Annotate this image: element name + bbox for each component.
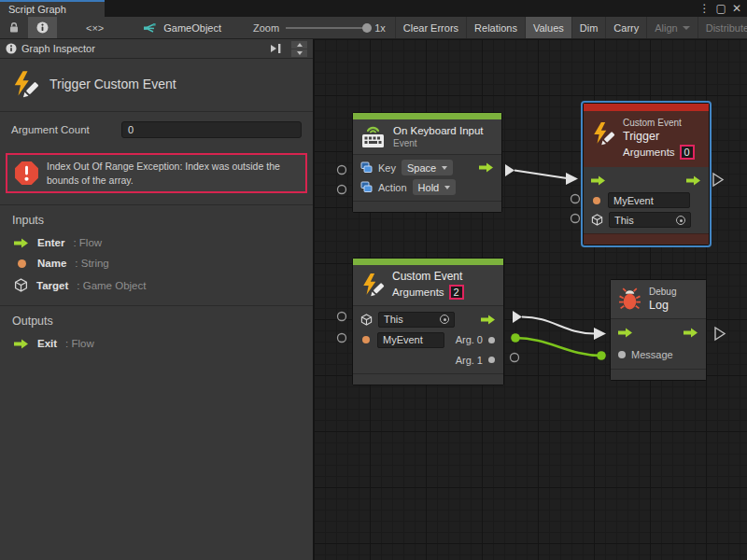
- tab-script-graph[interactable]: Script Graph: [0, 0, 105, 17]
- action-label: Action: [378, 182, 407, 193]
- trigger-flow-out-triangle[interactable]: [713, 174, 723, 186]
- flow-input-port[interactable]: [591, 175, 606, 186]
- inputs-heading: Inputs: [0, 205, 313, 233]
- flow-output-port[interactable]: [479, 162, 494, 173]
- message-input-port[interactable]: [618, 351, 626, 358]
- keyboard-event-icon: [360, 124, 386, 149]
- arguments-value-box[interactable]: 0: [680, 145, 695, 160]
- flow-row: [611, 322, 706, 343]
- wire-source-triangle: [505, 164, 514, 176]
- cube-icon[interactable]: [591, 214, 603, 226]
- action-dropdown[interactable]: Hold: [413, 179, 457, 195]
- code-view-button[interactable]: <×>: [79, 17, 110, 38]
- wire-keyboard-to-trigger[interactable]: [514, 171, 567, 179]
- spinner-down-button[interactable]: [291, 49, 307, 57]
- string-port-icon: [18, 259, 26, 268]
- zoom-value: 1x: [374, 22, 386, 34]
- arguments-value-box[interactable]: 2: [449, 285, 464, 300]
- trigger-target-input-port[interactable]: [571, 215, 580, 223]
- event-name-row: MyEvent Arg. 0: [353, 329, 503, 350]
- custom-event-icon: [360, 273, 385, 297]
- node-category: Custom Event: [623, 118, 695, 128]
- clear-errors-button[interactable]: Clear Errors: [396, 17, 467, 38]
- lock-button[interactable]: [0, 17, 28, 38]
- gameobject-icon: [142, 21, 157, 35]
- string-port-icon[interactable]: [593, 197, 600, 204]
- triangle-up-icon: [297, 43, 303, 47]
- carry-button[interactable]: Carry: [606, 17, 647, 38]
- customevent-name-input-port[interactable]: [338, 334, 346, 343]
- triangle-down-icon: [297, 51, 303, 55]
- arg1-outer-port[interactable]: [511, 354, 519, 362]
- zoom-slider-handle[interactable]: [362, 23, 372, 33]
- wire-arrowhead: [566, 173, 578, 185]
- graph-canvas[interactable]: On Keyboard Input Event Key Space: [314, 39, 747, 560]
- keycode-icon: [360, 161, 373, 174]
- wire-arg0-to-message[interactable]: [515, 338, 601, 356]
- unity-script-graph-window: Script Graph ⋮ ▢ ✕ <×>: [0, 0, 747, 560]
- outputs-heading: Outputs: [0, 306, 313, 334]
- cube-icon[interactable]: [360, 314, 373, 326]
- wire-green-endpoint: [597, 351, 606, 360]
- dim-button[interactable]: Dim: [572, 17, 607, 38]
- tab-strip: Script Graph ⋮ ▢ ✕: [0, 0, 747, 17]
- close-icon[interactable]: ✕: [732, 3, 741, 14]
- relations-button[interactable]: Relations: [467, 17, 526, 38]
- graph-inspector-title: Graph Inspector: [21, 43, 95, 54]
- maximize-icon[interactable]: ▢: [716, 3, 726, 14]
- panel-spinner: [291, 41, 307, 57]
- arg0-label: Arg. 0: [456, 334, 483, 345]
- object-picker-icon[interactable]: [676, 216, 685, 225]
- info-icon: [36, 21, 49, 34]
- flow-output-port[interactable]: [481, 315, 496, 325]
- error-message-box: Index Out Of Range Exception: Index was …: [6, 153, 307, 193]
- zoom-slider[interactable]: [286, 27, 368, 29]
- node-custom-event[interactable]: Custom Event Arguments 2: [352, 258, 504, 385]
- target-field[interactable]: This: [378, 312, 455, 328]
- flow-arrow-icon: [14, 339, 29, 349]
- argument-count-row: Argument Count 0: [0, 112, 313, 146]
- node-footer: [353, 201, 501, 212]
- node-on-keyboard-input[interactable]: On Keyboard Input Event Key Space: [352, 112, 502, 213]
- arg0-output-port[interactable]: [488, 337, 495, 343]
- wire-customevent-to-debug[interactable]: [522, 317, 595, 334]
- customevent-target-input-port[interactable]: [338, 313, 346, 321]
- flow-output-port[interactable]: [686, 175, 701, 186]
- inspector-toggle-button[interactable]: [28, 17, 57, 38]
- distribute-dropdown[interactable]: Distribute: [698, 17, 747, 38]
- arg1-output-port[interactable]: [488, 357, 495, 363]
- flow-input-port[interactable]: [618, 328, 633, 338]
- cube-icon: [14, 278, 28, 292]
- node-debug-log[interactable]: Debug Log Message: [610, 279, 707, 381]
- node-title: On Keyboard Input: [393, 125, 484, 136]
- trigger-name-input-port[interactable]: [571, 195, 580, 203]
- string-port-icon[interactable]: [362, 336, 370, 343]
- input-port-name: Name : String: [0, 254, 313, 274]
- target-field[interactable]: This: [609, 212, 691, 228]
- dock-panel-icon[interactable]: [269, 43, 283, 54]
- keyboard-key-input-port[interactable]: [338, 166, 346, 175]
- event-name-field[interactable]: MyEvent: [608, 192, 690, 208]
- chevron-down-icon: [683, 26, 690, 30]
- menu-icon[interactable]: ⋮: [699, 3, 711, 14]
- argument-count-input[interactable]: 0: [121, 121, 302, 138]
- gameobject-selector[interactable]: GameObject: [134, 17, 229, 38]
- align-dropdown[interactable]: Align: [647, 17, 698, 38]
- node-title: Trigger: [623, 130, 695, 143]
- node-trigger-custom-event[interactable]: Custom Event Trigger Arguments 0: [583, 103, 710, 245]
- keyboard-action-input-port[interactable]: [338, 186, 346, 194]
- flow-output-port[interactable]: [684, 328, 698, 338]
- node-header: Custom Event Trigger Arguments 0: [584, 111, 709, 167]
- info-icon: [6, 43, 17, 54]
- values-button[interactable]: Values: [526, 17, 572, 38]
- node-footer: [584, 233, 709, 245]
- spinner-up-button[interactable]: [291, 41, 307, 49]
- debug-flow-out-triangle[interactable]: [715, 328, 725, 340]
- node-footer: [611, 369, 706, 380]
- object-picker-icon[interactable]: [440, 315, 449, 324]
- event-name-field[interactable]: MyEvent: [377, 332, 444, 348]
- key-dropdown[interactable]: Space: [402, 160, 453, 175]
- event-name-row: MyEvent: [584, 190, 709, 210]
- node-body: MyEvent This: [584, 167, 709, 233]
- inspected-unit-title: Trigger Custom Event: [0, 59, 313, 112]
